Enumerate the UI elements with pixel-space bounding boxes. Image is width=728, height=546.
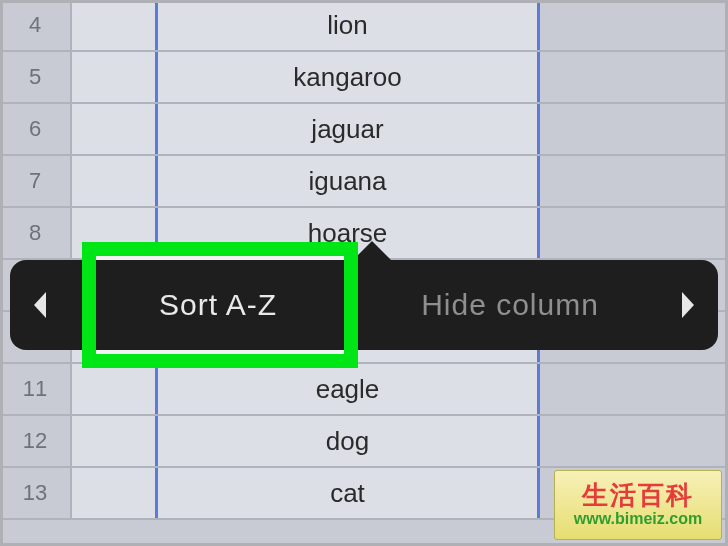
row-header[interactable]: 4 xyxy=(0,0,72,50)
watermark: 生活百科 www.bimeiz.com xyxy=(554,470,722,540)
menu-next-button[interactable] xyxy=(656,260,718,350)
cell-spacer[interactable] xyxy=(72,0,158,50)
table-row[interactable]: 7 iguana xyxy=(0,156,728,208)
cell-data[interactable]: cat xyxy=(158,468,540,518)
cell-rest[interactable] xyxy=(540,52,728,102)
chevron-left-icon xyxy=(30,290,52,320)
row-header[interactable]: 12 xyxy=(0,416,72,466)
cell-rest[interactable] xyxy=(540,416,728,466)
sort-az-button[interactable]: Sort A-Z xyxy=(72,260,364,350)
row-header[interactable]: 7 xyxy=(0,156,72,206)
cell-spacer[interactable] xyxy=(72,52,158,102)
svg-marker-1 xyxy=(682,292,694,318)
cell-data[interactable]: hoarse xyxy=(158,208,540,258)
cell-spacer[interactable] xyxy=(72,416,158,466)
row-header[interactable]: 5 xyxy=(0,52,72,102)
watermark-title: 生活百科 xyxy=(582,482,694,508)
cell-rest[interactable] xyxy=(540,364,728,414)
table-row[interactable]: 11 eagle xyxy=(0,364,728,416)
table-row[interactable]: 12 dog xyxy=(0,416,728,468)
cell-spacer[interactable] xyxy=(72,364,158,414)
table-row[interactable]: 6 jaguar xyxy=(0,104,728,156)
row-header[interactable]: 13 xyxy=(0,468,72,518)
context-menu: Sort A-Z Hide column xyxy=(10,260,718,350)
menu-prev-button[interactable] xyxy=(10,260,72,350)
chevron-right-icon xyxy=(676,290,698,320)
table-row[interactable]: 5 kangaroo xyxy=(0,52,728,104)
row-header[interactable]: 6 xyxy=(0,104,72,154)
svg-marker-0 xyxy=(34,292,46,318)
cell-spacer[interactable] xyxy=(72,468,158,518)
cell-data[interactable]: lion xyxy=(158,0,540,50)
cell-rest[interactable] xyxy=(540,0,728,50)
cell-data[interactable]: iguana xyxy=(158,156,540,206)
cell-spacer[interactable] xyxy=(72,208,158,258)
hide-column-button[interactable]: Hide column xyxy=(364,260,656,350)
row-header[interactable]: 11 xyxy=(0,364,72,414)
cell-rest[interactable] xyxy=(540,156,728,206)
cell-spacer[interactable] xyxy=(72,104,158,154)
cell-data[interactable]: eagle xyxy=(158,364,540,414)
cell-data[interactable]: jaguar xyxy=(158,104,540,154)
cell-data[interactable]: kangaroo xyxy=(158,52,540,102)
cell-rest[interactable] xyxy=(540,208,728,258)
cell-spacer[interactable] xyxy=(72,156,158,206)
cell-rest[interactable] xyxy=(540,104,728,154)
watermark-url: www.bimeiz.com xyxy=(574,510,702,528)
menu-body: Sort A-Z Hide column xyxy=(72,260,656,350)
cell-data[interactable]: dog xyxy=(158,416,540,466)
table-row[interactable]: 4 lion xyxy=(0,0,728,52)
row-header[interactable]: 8 xyxy=(0,208,72,258)
